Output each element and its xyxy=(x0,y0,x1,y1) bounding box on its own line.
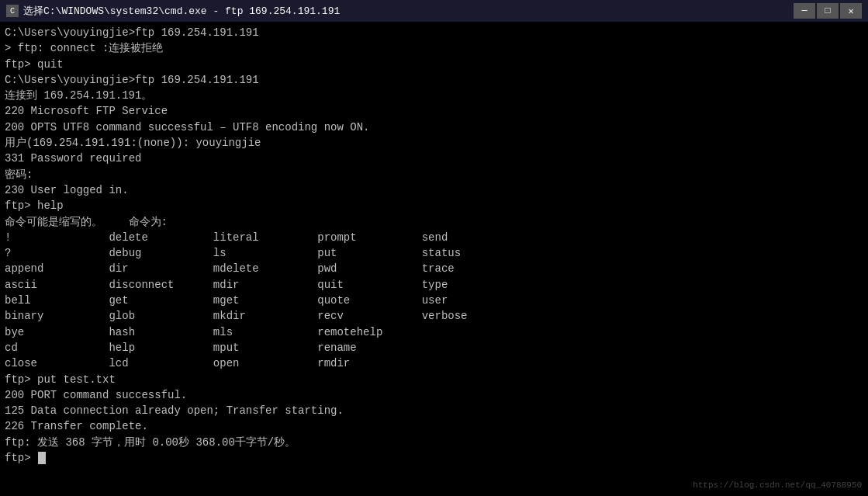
maximize-button[interactable]: □ xyxy=(817,3,839,19)
console-line: 226 Transfer complete. xyxy=(5,418,863,434)
console-line: append dir mdelete pwd trace xyxy=(5,261,863,276)
window: C 选择C:\WINDOWS\system32\cmd.exe - ftp 16… xyxy=(0,0,868,496)
console-line: 命令可能是缩写的。 命令为: xyxy=(5,214,863,230)
minimize-button[interactable]: ─ xyxy=(794,3,815,19)
console-line: ftp> help xyxy=(5,198,863,213)
console-line: > ftp: connect :连接被拒绝 xyxy=(5,40,863,56)
window-controls: ─ □ ✕ xyxy=(794,3,862,19)
console-line: ftp> xyxy=(5,450,863,466)
console-line: ? debug ls put status xyxy=(5,245,863,261)
console-line: 220 Microsoft FTP Service xyxy=(5,103,863,119)
console-line: 用户(169.254.191.191:(none)): youyingjie xyxy=(5,135,863,151)
console-line: ftp> put test.txt xyxy=(5,372,863,387)
console-output[interactable]: C:\Users\youyingjie>ftp 169.254.191.191>… xyxy=(0,22,868,496)
watermark: https://blog.csdn.net/qq_40788950 xyxy=(693,480,862,490)
title-bar: C 选择C:\WINDOWS\system32\cmd.exe - ftp 16… xyxy=(0,0,868,22)
console-line: ftp: 发送 368 字节，用时 0.00秒 368.00千字节/秒。 xyxy=(5,435,863,450)
console-line: ascii disconnect mdir quit type xyxy=(5,277,863,293)
console-line: 连接到 169.254.191.191。 xyxy=(5,88,863,103)
console-line: close lcd open rmdir xyxy=(5,356,863,371)
console-line: ! delete literal prompt send xyxy=(5,230,863,245)
console-line: 200 PORT command successful. xyxy=(5,387,863,403)
console-line: bell get mget quote user xyxy=(5,293,863,308)
window-title: 选择C:\WINDOWS\system32\cmd.exe - ftp 169.… xyxy=(23,4,794,18)
window-icon: C xyxy=(6,5,19,17)
console-line: 125 Data connection already open; Transf… xyxy=(5,403,863,418)
console-line: 230 User logged in. xyxy=(5,182,863,198)
close-button[interactable]: ✕ xyxy=(840,3,862,19)
console-line: ftp> quit xyxy=(5,57,863,72)
console-line: C:\Users\youyingjie>ftp 169.254.191.191 xyxy=(5,72,863,88)
console-line: 密码: xyxy=(5,167,863,182)
console-line: cd help mput rename xyxy=(5,340,863,356)
console-line: binary glob mkdir recv verbose xyxy=(5,308,863,324)
console-line: bye hash mls remotehelp xyxy=(5,324,863,340)
console-line: C:\Users\youyingjie>ftp 169.254.191.191 xyxy=(5,25,863,40)
cursor xyxy=(38,452,46,464)
console-line: 200 OPTS UTF8 command successful – UTF8 … xyxy=(5,120,863,135)
console-line: 331 Password required xyxy=(5,151,863,166)
